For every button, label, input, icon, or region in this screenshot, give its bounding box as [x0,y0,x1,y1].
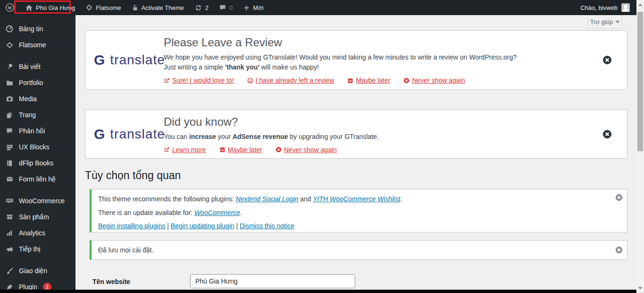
flatsome-icon [85,4,93,11]
sidebar-item-marketing[interactable]: Tiếp thị [0,241,75,257]
gtranslate-logo-text: translate [110,127,165,142]
scroll-down-arrow-icon[interactable] [638,287,642,290]
sidebar-item-ux-blocks[interactable]: UX Blocks [0,139,75,155]
yith-wishlist-link[interactable]: YITH WooCommerce Wishlist [313,195,400,203]
site-name-form-label: Tên website [92,278,130,285]
nextend-social-login-link[interactable]: Nextend Social Login [236,195,298,203]
sidebar-item-label: Bảng tin [19,25,43,33]
brush-icon [5,267,14,275]
bar-chart-icon [5,229,14,237]
sidebar-item-woocommerce[interactable]: WOO WooCommerce [0,193,75,209]
comments-menu[interactable]: 0 [214,0,238,15]
chevron-down-icon [616,21,619,23]
site-name-input[interactable] [190,274,355,288]
sidebar-item-comments[interactable]: Phản hồi [0,123,75,139]
updates-menu[interactable]: 2 [189,0,214,15]
sidebar-item-posts[interactable]: Bài viết [0,59,75,75]
notice-line-recommend: This theme recommends the following plug… [98,195,608,204]
new-content-menu[interactable]: Mới [238,0,268,15]
scroll-up-arrow-icon[interactable] [638,3,642,6]
sidebar-item-label: Phản hồi [19,127,45,135]
notice-body: We hope you have enjoyed using GTranslat… [164,52,602,72]
site-name-menu[interactable]: Phú Gia Hưng [20,0,80,15]
new-label: Mới [253,4,263,11]
comment-count: 0 [229,4,233,11]
flatsome-menu[interactable]: Flatsome [80,0,126,15]
activate-theme-menu[interactable]: Activate Theme [126,0,189,15]
gtranslate-logo-g: G [94,52,105,68]
sidebar-item-flatsome[interactable]: Flatsome [0,37,75,53]
settings-saved-notice: Đã lưu mọi cài đặt. [90,240,627,260]
sidebar-item-label: Tiếp thị [19,245,40,253]
gtranslate-logo-text: translate [110,52,165,68]
external-link-icon [164,146,170,153]
sidebar-item-dashboard[interactable]: Bảng tin [0,21,75,37]
sidebar-item-label: WooCommerce [19,197,65,205]
user-avatar[interactable] [621,3,630,12]
notice-line-update: There is an update available for: WooCom… [98,208,608,218]
envelope-icon [5,175,14,183]
woocommerce-icon: WOO [5,197,14,205]
flatsome-icon [5,41,14,49]
activate-theme-label: Activate Theme [142,4,184,11]
review-sure-link[interactable]: Sure! I would love to! [164,77,234,84]
megaphone-icon [5,245,14,253]
help-tab[interactable]: Trợ giúp [587,15,622,29]
dismiss-circle-icon [276,146,282,153]
sidebar-item-appearance[interactable]: Giao diện [0,263,75,279]
maybe-later-link[interactable]: Maybe later [219,146,262,154]
page-title: Tùy chọn tổng quan [85,169,181,182]
woocommerce-update-link[interactable]: WooCommerce [194,209,240,216]
saved-notice-text: Đã lưu mọi cài đặt. [98,246,154,254]
begin-updating-plugin-link[interactable]: Begin updating plugin [171,222,234,230]
review-maybe-later-link[interactable]: Maybe later [347,77,390,84]
update-count: 2 [205,4,209,11]
review-never-show-link[interactable]: Never show again [403,77,465,84]
gtranslate-logo-g: G [94,126,105,142]
user-greeting[interactable]: Chào, bivweb [580,4,618,11]
notice-title: Did you know? [164,115,602,129]
sidebar-item-label: Media [19,95,37,103]
gtranslate-logo: G translate [94,126,164,142]
never-show-link[interactable]: Never show again [276,146,337,154]
sidebar-item-pages[interactable]: Trang [0,107,75,123]
theme-plugins-notice: This theme recommends the following plug… [90,189,627,233]
book-icon [5,159,14,167]
vertical-scrollbar[interactable] [636,0,644,293]
sidebar-separator [0,53,75,59]
close-icon[interactable] [602,55,612,65]
learn-more-link[interactable]: Learn more [164,146,206,154]
dismiss-this-notice-link[interactable]: Dismiss this notice [240,222,294,230]
home-icon [25,4,33,12]
sidebar-item-label: Portfolio [19,79,43,86]
sidebar-item-label: Flatsome [19,41,46,49]
product-box-icon [5,213,14,221]
review-already-left-link[interactable]: I have already left a review [247,77,335,84]
dashboard-icon [5,25,14,33]
plus-icon [243,4,250,11]
gtranslate-logo: G translate [94,52,164,68]
wordpress-menu[interactable]: W [0,0,20,15]
calendar-icon [347,78,353,84]
sidebar-item-portfolio[interactable]: Portfolio [0,75,75,91]
sidebar-item-label: Form liên hệ [19,175,56,183]
calendar-icon [219,146,226,153]
help-label: Trợ giúp [590,18,613,26]
sidebar-item-analytics[interactable]: Analytics [0,225,75,241]
portfolio-icon [5,79,14,87]
bottom-strip [0,290,636,293]
external-link-icon [164,78,170,84]
dismiss-icon[interactable] [615,246,623,254]
sidebar-item-media[interactable]: Media [0,91,75,107]
pages-icon [5,111,14,119]
sidebar-item-label: Giao diện [19,267,47,275]
dismiss-icon[interactable] [615,194,623,201]
scrollbar-thumb[interactable] [637,12,643,151]
close-icon[interactable] [602,129,612,139]
sidebar-item-products[interactable]: Sản phẩm [0,209,75,225]
sidebar-item-dflip-books[interactable]: dFlip Books [0,155,75,171]
flatsome-label: Flatsome [96,4,121,11]
sidebar-item-contact-form[interactable]: Form liên hệ [0,171,75,187]
begin-installing-plugins-link[interactable]: Begin installing plugins [98,222,165,230]
svg-text:WOO: WOO [7,199,12,202]
